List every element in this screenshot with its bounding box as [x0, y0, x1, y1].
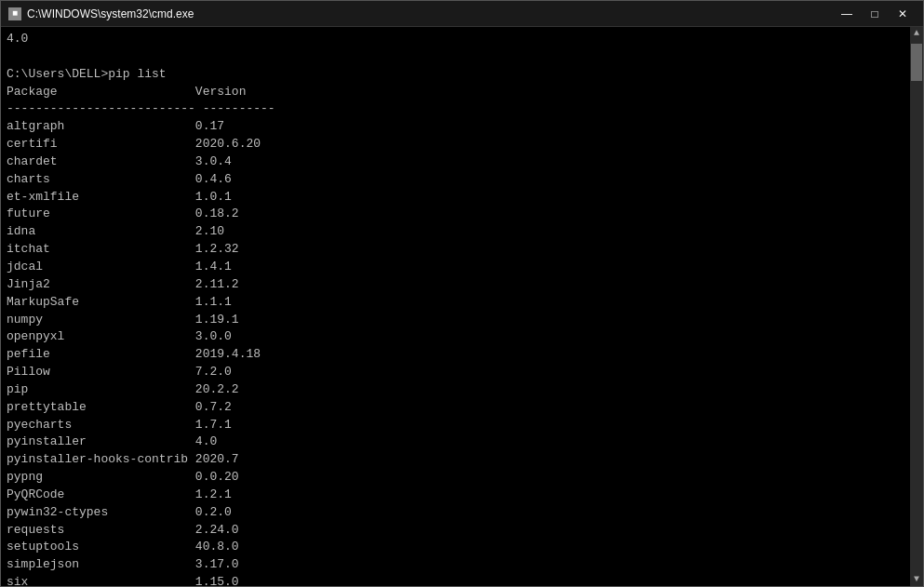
window-title: C:\WINDOWS\system32\cmd.exe	[27, 7, 194, 20]
window-controls: — □ ✕	[834, 5, 916, 23]
scrollbar[interactable]: ▲ ▼	[910, 27, 923, 586]
scrollbar-thumb[interactable]	[911, 44, 922, 81]
terminal-output: 4.0 C:\Users\DELL>pip list Package Versi…	[7, 31, 917, 586]
scroll-up-arrow[interactable]: ▲	[910, 27, 923, 40]
scroll-down-arrow[interactable]: ▼	[910, 573, 923, 586]
close-button[interactable]: ✕	[890, 5, 916, 23]
terminal-body[interactable]: 4.0 C:\Users\DELL>pip list Package Versi…	[1, 27, 923, 586]
cmd-window: ■ C:\WINDOWS\system32\cmd.exe — □ ✕ 4.0 …	[0, 0, 924, 587]
title-bar-left: ■ C:\WINDOWS\system32\cmd.exe	[8, 7, 194, 20]
title-bar: ■ C:\WINDOWS\system32\cmd.exe — □ ✕	[1, 1, 923, 27]
minimize-button[interactable]: —	[834, 5, 860, 23]
maximize-button[interactable]: □	[862, 5, 888, 23]
cmd-icon: ■	[8, 7, 21, 20]
